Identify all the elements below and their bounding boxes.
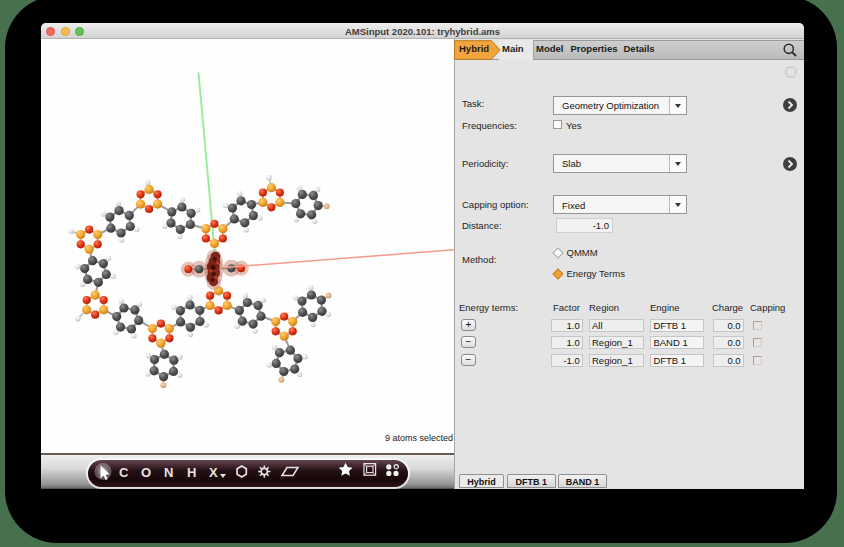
svg-text:H: H <box>187 464 196 479</box>
svg-text:C: C <box>119 464 129 479</box>
svg-text:N: N <box>164 464 173 479</box>
svg-text:X: X <box>209 464 218 479</box>
svg-text:O: O <box>141 464 151 479</box>
